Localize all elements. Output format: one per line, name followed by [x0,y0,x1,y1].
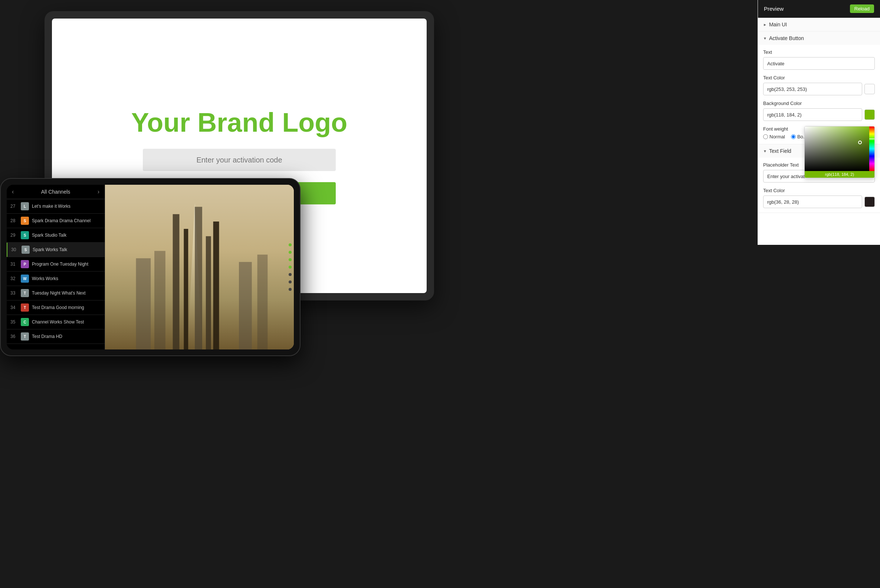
text-color-label: Text Color [763,75,875,81]
channel-name: Program One Tuesday Night [32,261,88,267]
channel-name: Spark Studio Talk [32,232,66,238]
picker-dot[interactable] [858,141,862,144]
channel-icon: T [21,303,29,312]
channel-number: 29 [10,232,18,238]
panel-header: Preview Reload [758,0,880,18]
sidebar-next-arrow[interactable]: › [97,189,99,195]
tf-color-swatch[interactable] [864,196,875,207]
text-color-row [763,83,875,95]
svg-rect-10 [258,255,268,350]
phone-dot-2 [289,251,292,254]
panel-title: Preview [764,6,784,12]
channel-item[interactable]: 32 W Works Works [7,272,105,286]
phone-dot-5 [289,273,292,276]
section-header-activate-button[interactable]: ▼ Activate Button [758,32,880,45]
tf-text-color-group: Text Color [763,188,875,208]
channel-name: Spark Works Talk [33,247,67,252]
channel-item[interactable]: 28 S Spark Drama Drama Channel [7,214,105,228]
gradient-dark [805,126,874,171]
brand-logo: Your Brand Logo [131,107,348,138]
channel-item[interactable]: 29 S Spark Studio Talk [7,228,105,243]
text-color-swatch[interactable] [864,84,875,94]
channel-number: 31 [10,261,18,267]
channel-number: 36 [10,334,18,339]
channel-item[interactable]: 27 L Let's make it Works [7,199,105,214]
sidebar-prev-arrow[interactable]: ‹ [12,189,14,195]
text-color-input[interactable] [763,83,862,95]
channel-item[interactable]: 36 T Test Drama HD [7,329,105,344]
sidebar-title: All Channels [41,189,70,195]
panel-section-main-ui: ► Main UI [758,18,880,32]
channel-name: Channel Works Show Test [32,320,84,325]
svg-rect-6 [213,222,219,350]
channel-icon: S [21,217,29,225]
channel-name: Tuesday Night What's Next [32,291,86,296]
svg-rect-5 [206,236,211,350]
sidebar-header: ‹ All Channels › [7,185,105,199]
font-weight-normal-radio[interactable] [763,134,768,139]
color-picker-value-label: rgb(118, 184, 2) [805,171,874,178]
channel-icon: T [21,289,29,297]
color-picker-gradient-area[interactable] [805,126,874,171]
channel-icon: S [21,231,29,239]
svg-rect-2 [173,214,180,350]
spectrum-indicator [869,138,874,140]
main-ui-collapse-arrow: ► [763,22,767,27]
bg-color-row [763,108,875,121]
text-field-label: Text [763,50,875,55]
phone-sidebar: ‹ All Channels › 27 L Let's make it Work… [7,185,105,350]
tablet-activation-input[interactable] [143,149,336,171]
font-weight-normal-text: Normal [769,134,785,140]
channel-item[interactable]: 34 T Test Drama Good morning [7,300,105,315]
channel-item[interactable]: 31 P Program One Tuesday Night [7,257,105,272]
svg-rect-7 [136,258,151,350]
activate-button-collapse-arrow: ▼ [763,36,767,40]
channel-number: 30 [11,247,18,252]
channel-item[interactable]: 35 C Channel Works Show Test [7,315,105,329]
color-picker-popup[interactable]: rgb(118, 184, 2) [804,126,875,178]
text-field-group: Text [763,50,875,70]
font-weight-bold-radio[interactable] [791,134,796,139]
channel-number: 27 [10,204,18,209]
channel-icon: L [21,202,29,210]
bg-color-label: Background Color [763,100,875,106]
activate-button-section-label: Activate Button [769,35,804,41]
text-field-collapse-arrow: ▼ [763,149,767,153]
reload-button[interactable]: Reload [850,4,874,13]
channel-number: 35 [10,320,18,325]
channel-name: Test Drama Good morning [32,305,84,310]
bg-color-swatch[interactable] [864,110,875,120]
channel-number: 34 [10,305,18,310]
section-header-main-ui[interactable]: ► Main UI [758,18,880,31]
font-weight-normal-label[interactable]: Normal [763,134,785,140]
phone-content-bg [105,185,294,350]
phone-dot-4 [289,266,292,268]
phone-device: ‹ All Channels › 27 L Let's make it Work… [0,178,300,356]
channel-name: Works Works [32,276,58,281]
tf-text-color-label: Text Color [763,188,875,193]
phone-screen: ‹ All Channels › 27 L Let's make it Work… [7,185,294,350]
channel-icon: W [21,274,29,283]
spectrum-strip[interactable] [869,126,874,171]
phone-dot-3 [289,258,292,261]
svg-rect-4 [195,207,202,350]
phone-dot-1 [289,243,292,246]
channel-list: 27 L Let's make it Works 28 S Spark Dram… [7,199,105,350]
channel-icon: T [21,332,29,340]
phone-content [105,185,294,350]
main-ui-label: Main UI [769,21,787,27]
bg-color-input[interactable] [763,108,862,121]
channel-name: Test Drama HD [32,334,62,339]
channel-number: 32 [10,276,18,281]
channel-item[interactable]: 33 T Tuesday Night What's Next [7,286,105,300]
text-field-input[interactable] [763,57,875,70]
channel-item[interactable]: 30 S Spark Works Talk [7,243,105,257]
channel-name: Spark Drama Drama Channel [32,218,90,224]
channel-icon: C [21,318,29,326]
phone-dots [289,243,292,291]
svg-rect-9 [239,262,252,350]
bg-color-group: Background Color [763,100,875,121]
right-panel: Preview Reload ► Main UI ▼ Activate Butt… [757,0,880,245]
phone-dot-7 [289,288,292,291]
tf-color-input[interactable] [763,195,862,208]
